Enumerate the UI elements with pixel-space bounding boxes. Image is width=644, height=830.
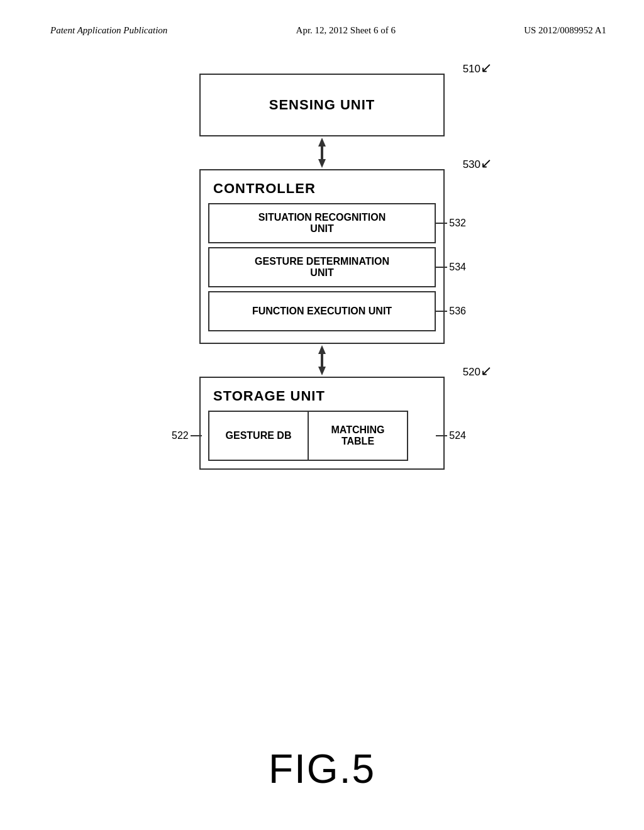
storage-box: STORAGE UNIT 522 GESTURE DB MATCHINGTABL…	[199, 377, 445, 470]
arrow-sensing-controller	[309, 136, 335, 169]
ref-536: 536	[435, 306, 466, 317]
svg-rect-1	[321, 145, 323, 160]
ref-530: 530↙	[463, 155, 492, 172]
sub-unit-536-wrapper: FUNCTION EXECUTION UNIT 536	[208, 291, 436, 331]
storage-inner-row: 522 GESTURE DB MATCHINGTABLE 524	[208, 411, 436, 461]
bidirectional-arrow-svg	[309, 136, 335, 169]
bidirectional-arrow-2-svg	[309, 344, 335, 377]
header-patent-number: US 2012/0089952 A1	[524, 25, 606, 36]
controller-label: CONTROLLER	[208, 178, 436, 203]
svg-rect-4	[321, 353, 323, 368]
svg-marker-3	[318, 345, 326, 354]
storage-outer-wrapper: 520↙ STORAGE UNIT 522 GESTURE DB	[199, 377, 445, 470]
svg-marker-0	[318, 138, 326, 147]
gesture-db-label: GESTURE DB	[226, 430, 292, 441]
header-publication: Patent Application Publication	[50, 25, 167, 36]
gesture-determination-box: GESTURE DETERMINATIONUNIT	[208, 247, 436, 287]
ref-534: 534	[435, 262, 466, 273]
sub-unit-532-wrapper: SITUATION RECOGNITIONUNIT 532	[208, 203, 436, 243]
svg-marker-2	[318, 159, 326, 168]
matching-table-box: MATCHINGTABLE	[308, 411, 408, 461]
matching-table-label: MATCHINGTABLE	[331, 424, 384, 447]
sub-unit-534-wrapper: GESTURE DETERMINATIONUNIT 534	[208, 247, 436, 287]
function-execution-box: FUNCTION EXECUTION UNIT	[208, 291, 436, 331]
sensing-unit-label: SENSING UNIT	[269, 97, 375, 113]
fig-label: FIG.5	[269, 746, 375, 792]
situation-recognition-box: SITUATION RECOGNITIONUNIT	[208, 203, 436, 243]
header-date-sheet: Apr. 12, 2012 Sheet 6 of 6	[296, 25, 396, 36]
ref-520: 520↙	[463, 363, 492, 379]
page: Patent Application Publication Apr. 12, …	[0, 0, 644, 830]
situation-recognition-label: SITUATION RECOGNITIONUNIT	[258, 212, 386, 235]
gesture-determination-label: GESTURE DETERMINATIONUNIT	[255, 256, 389, 279]
function-execution-label: FUNCTION EXECUTION UNIT	[252, 306, 392, 317]
gesture-db-box: GESTURE DB	[208, 411, 309, 461]
ref-510: 510↙	[463, 60, 492, 76]
ref-524: 524	[436, 430, 466, 441]
diagram: 510↙ SENSING UNIT	[0, 74, 644, 470]
ref-522: 522	[172, 430, 202, 441]
ref-532: 532	[435, 218, 466, 229]
svg-marker-5	[318, 367, 326, 375]
arrow-controller-storage	[309, 344, 335, 377]
header: Patent Application Publication Apr. 12, …	[0, 0, 644, 36]
controller-box: CONTROLLER SITUATION RECOGNITIONUNIT 532	[199, 169, 445, 344]
controller-outer-wrapper: 530↙ CONTROLLER SITUATION RECOGNITIONUNI…	[199, 169, 445, 344]
storage-label: STORAGE UNIT	[208, 385, 436, 411]
diagram-wrapper: 510↙ SENSING UNIT	[199, 74, 445, 470]
sensing-unit-box: SENSING UNIT	[199, 74, 445, 136]
